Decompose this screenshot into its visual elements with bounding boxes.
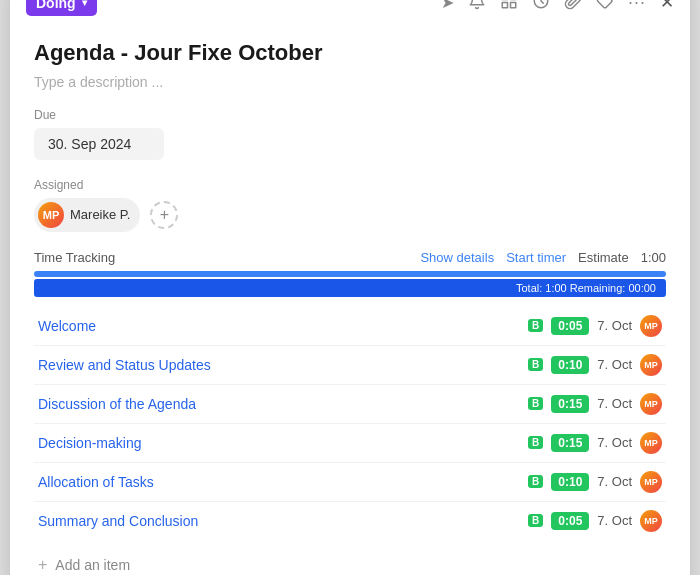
time-badge: 0:10 [551, 473, 589, 491]
list-icon[interactable] [500, 0, 518, 14]
b-badge: B [528, 319, 543, 332]
item-avatar: MP [640, 432, 662, 454]
progress-bar-info: Total: 1:00 Remaining: 00:00 [34, 279, 666, 297]
b-badge: B [528, 358, 543, 371]
more-icon[interactable]: ··· [628, 0, 646, 13]
checklist-item: Welcome B 0:05 7. Oct MP [34, 307, 666, 346]
modal-content: Agenda - Jour Fixe October Type a descri… [10, 24, 690, 576]
header-icons: ➤ ··· ✕ [441, 0, 674, 14]
item-avatar: MP [640, 354, 662, 376]
time-badge: 0:05 [551, 317, 589, 335]
send-icon[interactable]: ➤ [441, 0, 454, 12]
b-badge: B [528, 514, 543, 527]
item-date: 7. Oct [597, 513, 632, 528]
avatar: MP [38, 202, 64, 228]
status-label: Doing [36, 0, 76, 11]
assigned-row: MP Mareike P. + [34, 198, 666, 232]
assigned-label: Assigned [34, 178, 666, 192]
checklist-item-name[interactable]: Welcome [38, 318, 96, 334]
checklist-item: Allocation of Tasks B 0:10 7. Oct MP [34, 462, 666, 501]
checklist-item-right: B 0:10 7. Oct MP [528, 471, 662, 493]
time-badge: 0:05 [551, 512, 589, 530]
add-item-plus-icon: + [38, 556, 47, 574]
estimate-label: Estimate [578, 250, 629, 265]
item-date: 7. Oct [597, 396, 632, 411]
time-tracking-actions: Show details Start timer Estimate 1:00 [420, 250, 666, 265]
item-date: 7. Oct [597, 435, 632, 450]
checklist-item-right: B 0:15 7. Oct MP [528, 432, 662, 454]
item-date: 7. Oct [597, 318, 632, 333]
b-badge: B [528, 475, 543, 488]
b-badge: B [528, 397, 543, 410]
due-label: Due [34, 108, 666, 122]
chevron-down-icon: ▾ [82, 0, 87, 8]
checklist-item: Review and Status Updates B 0:10 7. Oct … [34, 345, 666, 384]
header-bar: Doing ▾ ➤ ··· ✕ [10, 0, 690, 24]
checklist-item-name[interactable]: Summary and Conclusion [38, 513, 198, 529]
svg-rect-3 [502, 2, 507, 7]
checklist-item-right: B 0:15 7. Oct MP [528, 393, 662, 415]
item-avatar: MP [640, 510, 662, 532]
timer-icon[interactable] [532, 0, 550, 14]
checklist-item-name[interactable]: Decision-making [38, 435, 141, 451]
checklist-item: Summary and Conclusion B 0:05 7. Oct MP [34, 501, 666, 540]
checklist-item-right: B 0:10 7. Oct MP [528, 354, 662, 376]
time-badge: 0:15 [551, 395, 589, 413]
clip-icon[interactable] [564, 0, 582, 14]
checklist-item-name[interactable]: Allocation of Tasks [38, 474, 154, 490]
assigned-section: Assigned MP Mareike P. + [34, 178, 666, 232]
bell-icon[interactable] [468, 0, 486, 14]
item-date: 7. Oct [597, 474, 632, 489]
checklist-item: Discussion of the Agenda B 0:15 7. Oct M… [34, 384, 666, 423]
estimate-value: 1:00 [641, 250, 666, 265]
checklist-item: Decision-making B 0:15 7. Oct MP [34, 423, 666, 462]
checklist-item-name[interactable]: Discussion of the Agenda [38, 396, 196, 412]
task-title[interactable]: Agenda - Jour Fixe October [34, 40, 666, 66]
due-date-value[interactable]: 30. Sep 2024 [34, 128, 164, 160]
add-item-row[interactable]: + Add an item [34, 548, 666, 576]
item-avatar: MP [640, 315, 662, 337]
description-placeholder[interactable]: Type a description ... [34, 74, 666, 90]
time-badge: 0:10 [551, 356, 589, 374]
assignee-chip[interactable]: MP Mareike P. [34, 198, 140, 232]
checklist-table: Welcome B 0:05 7. Oct MP Review and Stat… [34, 307, 666, 540]
close-icon[interactable]: ✕ [660, 0, 674, 13]
checklist-item-right: B 0:05 7. Oct MP [528, 510, 662, 532]
status-badge[interactable]: Doing ▾ [26, 0, 97, 16]
add-item-label: Add an item [55, 557, 130, 573]
task-modal: Doing ▾ ➤ ··· ✕ Agenda - Jour F [10, 0, 690, 575]
start-timer-link[interactable]: Start timer [506, 250, 566, 265]
item-date: 7. Oct [597, 357, 632, 372]
time-badge: 0:15 [551, 434, 589, 452]
progress-bar [34, 271, 666, 277]
tag-icon[interactable] [596, 0, 614, 14]
time-tracking-header: Time Tracking Show details Start timer E… [34, 250, 666, 265]
time-tracking-label: Time Tracking [34, 250, 115, 265]
checklist-item-right: B 0:05 7. Oct MP [528, 315, 662, 337]
checklist-item-name[interactable]: Review and Status Updates [38, 357, 211, 373]
assignee-name: Mareike P. [70, 207, 130, 222]
add-assignee-button[interactable]: + [150, 201, 178, 229]
item-avatar: MP [640, 393, 662, 415]
show-details-link[interactable]: Show details [420, 250, 494, 265]
svg-rect-2 [510, 2, 515, 7]
item-avatar: MP [640, 471, 662, 493]
b-badge: B [528, 436, 543, 449]
